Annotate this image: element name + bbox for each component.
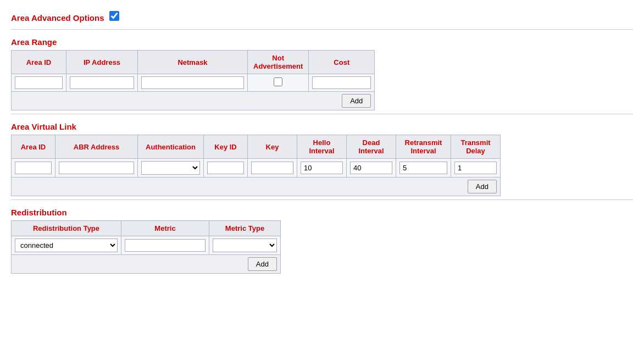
- redist-metric-cell: [121, 236, 209, 255]
- divider-1: [11, 29, 633, 30]
- vlink-add-row: Add: [12, 177, 501, 196]
- redistribution-table: Redistribution Type Metric Metric Type c…: [11, 220, 281, 274]
- vlink-dead-input[interactable]: [350, 162, 392, 174]
- redist-input-row: connected static bgp kernel type-1 type-…: [12, 236, 281, 255]
- vlink-col-auth: Authentication: [138, 135, 204, 159]
- vlink-col-retrans: Retransmit Interval: [396, 135, 451, 159]
- vlink-key-cell: [248, 159, 297, 177]
- advanced-options-header: Area Advanced Options: [11, 5, 633, 26]
- redist-add-row: Add: [12, 255, 281, 274]
- vlink-auth-select[interactable]: simple md5: [141, 161, 200, 175]
- area-range-col-netmask: Netmask: [138, 51, 248, 74]
- area-range-cost-cell: [309, 74, 375, 92]
- redist-metric-input[interactable]: [125, 239, 206, 252]
- area-range-add-cell: Add: [12, 92, 375, 110]
- vlink-col-abr: ABR Address: [55, 135, 138, 159]
- area-range-col-areaid: Area ID: [12, 51, 66, 74]
- vlink-dead-cell: [347, 159, 396, 177]
- area-range-table: Area ID IP Address Netmask Not Advertise…: [11, 50, 375, 110]
- area-range-netmask-cell: [138, 74, 248, 92]
- area-range-notadv-checkbox[interactable]: [274, 77, 282, 86]
- vlink-key-input[interactable]: [251, 162, 293, 174]
- vlink-col-areaid: Area ID: [12, 135, 55, 159]
- vlink-col-key: Key: [248, 135, 297, 159]
- redistribution-title: Redistribution: [11, 208, 633, 217]
- advanced-options-title: Area Advanced Options: [11, 13, 104, 23]
- area-range-col-cost: Cost: [309, 51, 375, 74]
- redist-rtype-cell: connected static bgp kernel: [12, 236, 121, 255]
- divider-2: [11, 114, 633, 114]
- area-range-col-notadv: Not Advertisement: [248, 51, 309, 74]
- area-range-ipaddr-input[interactable]: [70, 76, 134, 89]
- area-virtual-link-title: Area Virtual Link: [11, 122, 633, 131]
- redist-add-cell: Add: [12, 255, 281, 274]
- area-virtual-link-table: Area ID ABR Address Authentication Key I…: [11, 135, 501, 196]
- vlink-auth-cell: simple md5: [138, 159, 204, 177]
- redist-add-button[interactable]: Add: [248, 257, 277, 271]
- redist-col-mtype: Metric Type: [209, 221, 281, 236]
- vlink-retrans-cell: [396, 159, 451, 177]
- area-range-notadv-cell: [248, 74, 309, 92]
- vlink-keyid-cell: [204, 159, 248, 177]
- area-range-input-row: [12, 74, 375, 92]
- vlink-keyid-input[interactable]: [207, 162, 244, 174]
- area-range-add-row: Add: [12, 92, 375, 110]
- redist-col-rtype: Redistribution Type: [12, 221, 121, 236]
- vlink-col-keyid: Key ID: [204, 135, 248, 159]
- vlink-abr-input[interactable]: [59, 162, 134, 174]
- vlink-hello-input[interactable]: [301, 162, 343, 174]
- divider-3: [11, 199, 633, 200]
- vlink-input-row: simple md5: [12, 159, 501, 177]
- redist-rtype-select[interactable]: connected static bgp kernel: [15, 238, 118, 252]
- area-range-col-ipaddr: IP Address: [66, 51, 138, 74]
- vlink-col-txdelay: Transmit Delay: [451, 135, 501, 159]
- vlink-hello-cell: [297, 159, 347, 177]
- vlink-abr-cell: [55, 159, 138, 177]
- advanced-options-checkbox[interactable]: [109, 11, 119, 21]
- area-range-areaid-input[interactable]: [15, 76, 63, 89]
- vlink-retrans-input[interactable]: [399, 162, 447, 174]
- vlink-add-cell: Add: [12, 177, 501, 196]
- area-range-netmask-input[interactable]: [141, 76, 244, 89]
- area-range-title: Area Range: [11, 37, 633, 47]
- vlink-areaid-cell: [12, 159, 55, 177]
- area-range-areaid-cell: [12, 74, 66, 92]
- redist-col-metric: Metric: [121, 221, 209, 236]
- area-range-add-button[interactable]: Add: [342, 94, 371, 108]
- vlink-areaid-input[interactable]: [15, 162, 52, 174]
- redist-mtype-select[interactable]: type-1 type-2: [213, 238, 277, 252]
- vlink-txdelay-cell: [451, 159, 501, 177]
- area-range-ipaddr-cell: [66, 74, 138, 92]
- redist-mtype-cell: type-1 type-2: [209, 236, 281, 255]
- vlink-col-hello: Hello Interval: [297, 135, 347, 159]
- vlink-txdelay-input[interactable]: [454, 162, 497, 174]
- area-range-cost-input[interactable]: [312, 76, 371, 89]
- vlink-add-button[interactable]: Add: [468, 180, 497, 193]
- vlink-col-dead: Dead Interval: [347, 135, 396, 159]
